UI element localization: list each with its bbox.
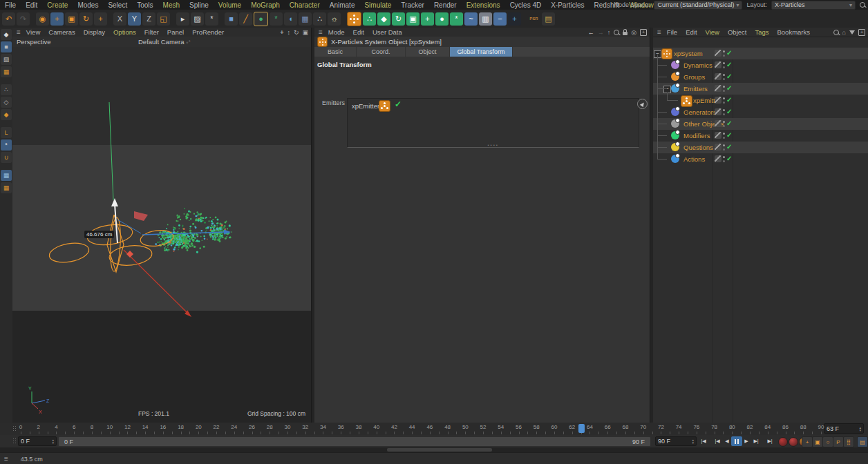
menubar-item-volume[interactable]: Volume bbox=[214, 1, 246, 9]
next-key-button[interactable]: ▶| bbox=[751, 436, 762, 446]
camera-tools-icon[interactable]: ∴ bbox=[313, 12, 326, 26]
om-menu-file[interactable]: File bbox=[663, 28, 681, 36]
y-axis-lock-icon[interactable]: Y bbox=[128, 12, 141, 26]
visibility-dots-icon[interactable] bbox=[723, 156, 726, 162]
group-icon[interactable] bbox=[671, 84, 679, 93]
maximize-view-icon[interactable]: ▣ bbox=[302, 29, 308, 36]
start-frame-field[interactable]: 0 F ▴▾ bbox=[18, 436, 57, 446]
xp-notes-icon[interactable]: ▤ bbox=[542, 12, 555, 26]
resize-handle-icon[interactable]: •••• bbox=[488, 143, 499, 147]
attrs-menu-user-data[interactable]: User Data bbox=[368, 28, 406, 36]
tree-row-modifiers[interactable]: Modifiers✓ bbox=[653, 130, 868, 142]
rotate-view-icon[interactable]: ↻ bbox=[294, 29, 299, 36]
model-mode-icon[interactable]: ■ bbox=[1, 41, 12, 52]
menubar-item-extensions[interactable]: Extensions bbox=[462, 1, 505, 9]
layer-toggle-icon[interactable] bbox=[715, 73, 721, 80]
menubar-item-tools[interactable]: Tools bbox=[132, 1, 158, 9]
key-position-toggle[interactable]: + bbox=[802, 436, 813, 447]
viewport-menu-display[interactable]: Display bbox=[79, 28, 109, 36]
new-panel-icon[interactable]: + bbox=[640, 29, 647, 36]
points-mode-icon[interactable]: ∴ bbox=[1, 84, 12, 95]
z-axis-lock-icon[interactable]: Z bbox=[142, 12, 155, 26]
layer-toggle-icon[interactable] bbox=[715, 61, 721, 68]
xpemitter-icon[interactable] bbox=[681, 95, 692, 107]
layer-toggle-icon[interactable] bbox=[715, 132, 721, 139]
layer-toggle-icon[interactable] bbox=[715, 155, 721, 162]
enabled-check-icon[interactable]: ✓ bbox=[726, 49, 732, 57]
om-menu-object[interactable]: Object bbox=[724, 28, 751, 36]
view-label[interactable]: Perspective bbox=[17, 38, 51, 46]
menubar-item-mesh[interactable]: Mesh bbox=[158, 1, 185, 9]
om-menu-view[interactable]: View bbox=[701, 28, 724, 36]
tree-row-emitters[interactable]: −Emitters✓ bbox=[653, 83, 868, 95]
parent-object-icon[interactable]: ↑ bbox=[607, 29, 611, 36]
visibility-dots-icon[interactable] bbox=[723, 62, 726, 68]
tab-basic[interactable]: Basic bbox=[314, 47, 357, 57]
layout-dropdown[interactable]: X-Particles ▾ bbox=[771, 1, 856, 10]
viewport-menu-view[interactable]: View bbox=[22, 28, 44, 36]
enabled-check-icon[interactable]: ✓ bbox=[726, 119, 732, 127]
rotate-tool-icon[interactable]: ↻ bbox=[79, 12, 93, 26]
workplane-mode-icon[interactable]: ▦ bbox=[1, 66, 12, 77]
layer-toggle-icon[interactable] bbox=[715, 108, 721, 115]
magnet-tool-icon[interactable]: ∪ bbox=[1, 152, 12, 163]
xp-cache-icon[interactable]: ▥ bbox=[479, 12, 492, 26]
visibility-dots-icon[interactable] bbox=[723, 50, 726, 57]
deformer-icon[interactable]: ▦ bbox=[299, 12, 312, 26]
playhead[interactable] bbox=[578, 424, 585, 433]
menubar-item-edit[interactable]: Edit bbox=[21, 1, 42, 9]
enabled-check-icon[interactable]: ✓ bbox=[395, 99, 402, 109]
xp-action-icon[interactable]: ● bbox=[435, 12, 449, 26]
visibility-dots-icon[interactable] bbox=[723, 86, 726, 92]
volume-builder-icon[interactable]: ● bbox=[254, 12, 268, 26]
group-icon[interactable] bbox=[671, 61, 679, 69]
menubar-item-character[interactable]: Character bbox=[285, 1, 325, 9]
autokey-button[interactable] bbox=[789, 437, 798, 447]
goto-start-button[interactable]: |◀ bbox=[698, 436, 709, 446]
goto-end-button[interactable]: ▶| bbox=[764, 436, 775, 446]
menubar-item-select[interactable]: Select bbox=[103, 1, 132, 9]
light-tool-icon[interactable]: ☼ bbox=[328, 12, 341, 26]
snap-settings-icon[interactable]: * bbox=[1, 139, 12, 151]
enabled-check-icon[interactable]: ✓ bbox=[726, 131, 732, 139]
menu-icon[interactable]: ≡ bbox=[17, 28, 21, 36]
viewport-menu-panel[interactable]: Panel bbox=[163, 28, 188, 36]
tab-object[interactable]: Object bbox=[406, 47, 450, 57]
live-selection-icon[interactable]: ◉ bbox=[36, 12, 49, 26]
object-picker-button[interactable] bbox=[637, 99, 648, 109]
coord-system-icon[interactable]: ◱ bbox=[157, 12, 170, 26]
xp-trail-icon[interactable]: − bbox=[493, 12, 507, 26]
group-icon[interactable] bbox=[671, 72, 679, 81]
emitters-listbox[interactable]: xpEmitter ✓ •••• bbox=[347, 98, 639, 148]
emitter-list-item[interactable]: xpEmitter bbox=[352, 102, 379, 110]
layer-toggle-icon[interactable] bbox=[715, 50, 721, 57]
fields-icon[interactable]: ◖ bbox=[284, 12, 297, 26]
menubar-item-tracker[interactable]: Tracker bbox=[396, 1, 429, 9]
visibility-dots-icon[interactable] bbox=[723, 74, 726, 80]
render-picture-viewer-icon[interactable]: ▨ bbox=[191, 12, 204, 26]
layer-toggle-icon[interactable] bbox=[715, 120, 721, 127]
add-cube-icon[interactable]: ■ bbox=[225, 12, 238, 26]
key-pla-toggle[interactable]: ⣿ bbox=[843, 436, 854, 447]
group-icon[interactable] bbox=[671, 143, 679, 151]
path-up-icon[interactable]: ⌂ bbox=[842, 29, 846, 36]
quantize-icon[interactable]: ▦ bbox=[1, 170, 12, 181]
camera-label[interactable]: Default Camera ∘° bbox=[138, 38, 191, 46]
attrs-menu-edit[interactable]: Edit bbox=[349, 28, 368, 36]
scale-tool-icon[interactable]: ▣ bbox=[65, 12, 78, 26]
menubar-item-file[interactable]: File bbox=[0, 1, 21, 9]
history-forward-icon[interactable]: → bbox=[598, 29, 604, 36]
make-editable-icon[interactable]: ◆ bbox=[1, 29, 12, 40]
menu-icon[interactable]: ≡ bbox=[657, 28, 661, 36]
menubar-item-spline[interactable]: Spline bbox=[185, 1, 214, 9]
texture-mode-icon[interactable]: ▨ bbox=[1, 54, 12, 65]
tree-row-dynamics[interactable]: Dynamics✓ bbox=[653, 59, 868, 71]
viewport-menu-prorender[interactable]: ProRender bbox=[188, 28, 228, 36]
enabled-check-icon[interactable]: ✓ bbox=[726, 84, 732, 92]
enabled-check-icon[interactable]: ✓ bbox=[726, 143, 732, 151]
xpsystem-icon[interactable] bbox=[661, 48, 672, 59]
group-icon[interactable] bbox=[671, 119, 679, 128]
viewport-menu-options[interactable]: Options bbox=[109, 28, 140, 36]
search-icon[interactable] bbox=[614, 30, 619, 35]
key-scale-toggle[interactable]: ▣ bbox=[812, 436, 823, 447]
